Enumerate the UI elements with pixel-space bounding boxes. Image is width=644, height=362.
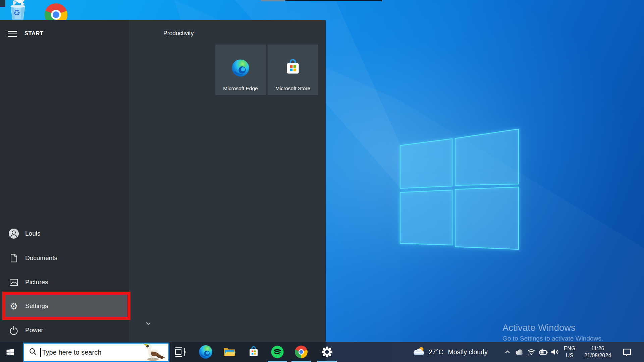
start-menu-rail <box>0 20 129 342</box>
taskbar-store-button[interactable] <box>246 342 262 362</box>
windows-desktop: Activate Windows Go to Settings to activ… <box>0 0 644 362</box>
documents-label: Documents <box>25 254 57 262</box>
running-indicator-spotify <box>268 361 287 362</box>
power-label: Power <box>25 326 43 334</box>
power-icon <box>8 325 19 336</box>
clock-date: 21/08/2024 <box>580 352 616 359</box>
start-button[interactable] <box>2 342 18 362</box>
activate-windows-watermark: Activate Windows <box>502 323 576 333</box>
recycle-bin-icon[interactable]: ♻ <box>7 0 29 23</box>
start-menu: START Louis Documents <box>0 20 326 342</box>
taskbar-weather-widget[interactable]: 27°C Mostly cloudy <box>412 342 488 362</box>
action-center-icon[interactable] <box>621 342 633 362</box>
language-indicator[interactable]: ENG US <box>561 345 578 359</box>
running-indicator-settings <box>317 361 337 362</box>
weather-icon <box>412 346 425 358</box>
taskbar-spotify-button[interactable] <box>269 342 285 362</box>
start-menu-title: START <box>24 30 44 37</box>
tile-microsoft-edge[interactable]: Microsoft Edge <box>215 45 266 95</box>
task-view-button[interactable] <box>172 342 189 362</box>
tile-label: Microsoft Edge <box>215 85 266 92</box>
clock[interactable]: 11:26 21/08/2024 <box>580 345 616 359</box>
activate-windows-watermark-sub: Go to Settings to activate Windows. <box>502 335 603 342</box>
text-cursor <box>40 348 41 357</box>
weather-condition: Mostly cloudy <box>448 348 488 356</box>
user-name-label: Louis <box>25 230 40 237</box>
taskbar-search-box[interactable] <box>23 343 169 362</box>
settings-label: Settings <box>25 302 48 310</box>
pictures-icon <box>8 277 19 288</box>
language-line2: US <box>561 352 578 359</box>
svg-text:♻: ♻ <box>13 8 20 17</box>
pictures-label: Pictures <box>25 279 48 286</box>
settings-gear-icon: ⚙ <box>8 301 19 311</box>
clock-time: 11:26 <box>580 345 616 352</box>
documents-icon <box>8 253 19 263</box>
search-input[interactable] <box>42 348 143 357</box>
sidebar-item-settings[interactable]: ⚙ Settings <box>0 296 129 316</box>
onedrive-cloud-icon[interactable] <box>514 342 525 362</box>
search-bird-image <box>143 342 167 362</box>
taskbar-settings-button[interactable] <box>319 342 335 362</box>
taskbar-chrome-button[interactable] <box>293 342 309 362</box>
sidebar-item-user[interactable]: Louis <box>0 223 129 244</box>
hamburger-menu-icon[interactable] <box>8 31 17 37</box>
battery-icon[interactable] <box>537 342 549 362</box>
edge-logo-icon <box>231 59 250 78</box>
taskbar-file-explorer-button[interactable] <box>221 342 237 362</box>
taskbar-edge-button[interactable] <box>198 342 214 362</box>
top-edge-artifact-dark <box>285 0 382 1</box>
expand-chevron-icon[interactable] <box>146 320 151 326</box>
wifi-icon[interactable] <box>526 342 536 362</box>
search-icon <box>29 348 37 357</box>
hidden-icons-chevron[interactable] <box>502 342 513 362</box>
tile-label: Microsoft Store <box>268 85 318 92</box>
screen-corner-artifact <box>0 0 5 7</box>
language-line1: ENG <box>561 345 578 352</box>
sidebar-item-pictures[interactable]: Pictures <box>0 272 129 293</box>
tile-group-label: Productivity <box>163 30 194 37</box>
weather-temp: 27°C <box>429 348 443 356</box>
sidebar-item-power[interactable]: Power <box>0 320 129 341</box>
running-indicator-chrome <box>291 361 311 362</box>
user-avatar <box>8 228 19 239</box>
tile-microsoft-store[interactable]: Microsoft Store <box>268 45 318 95</box>
taskbar: 27°C Mostly cloudy <box>0 342 644 362</box>
store-logo-icon <box>283 58 302 78</box>
sidebar-item-documents[interactable]: Documents <box>0 248 129 268</box>
volume-icon[interactable] <box>549 342 560 362</box>
top-edge-artifact <box>261 0 285 1</box>
